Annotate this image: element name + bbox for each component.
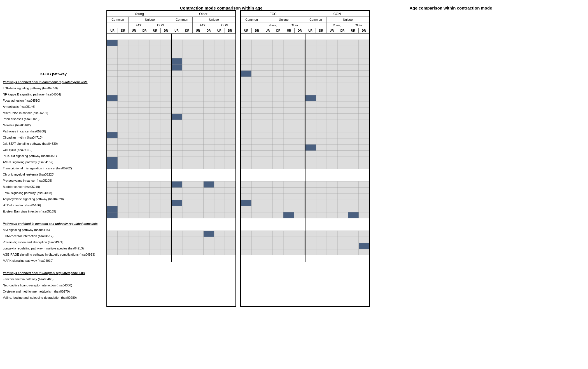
svg-rect-86 (128, 71, 139, 77)
svg-rect-587 (273, 243, 283, 249)
svg-rect-544 (262, 114, 273, 120)
svg-rect-726 (305, 218, 316, 225)
svg-rect-856 (348, 163, 359, 169)
svg-rect-678 (305, 71, 316, 77)
svg-rect-142 (128, 243, 139, 249)
svg-rect-388 (214, 89, 225, 95)
svg-rect-884 (348, 249, 359, 255)
svg-rect-120 (128, 175, 139, 181)
svg-rect-155 (160, 52, 171, 58)
header-unique-1: Unique (129, 17, 171, 22)
svg-rect-540 (262, 101, 273, 108)
svg-rect-26 (107, 114, 118, 120)
svg-rect-5 (118, 46, 128, 52)
svg-rect-613 (294, 95, 305, 101)
svg-rect-6 (107, 52, 118, 58)
svg-rect-820 (348, 52, 359, 58)
svg-rect-54 (107, 200, 118, 206)
grid-col-con_older (348, 34, 369, 262)
svg-rect-347 (204, 188, 214, 194)
svg-rect-137 (139, 225, 150, 231)
svg-rect-168 (150, 95, 160, 101)
svg-rect-195 (160, 175, 171, 181)
svg-rect-157 (160, 58, 171, 64)
svg-rect-16 (107, 83, 118, 89)
svg-rect-591 (273, 255, 283, 261)
svg-rect-589 (273, 249, 283, 255)
svg-rect-77 (139, 40, 150, 46)
svg-rect-671 (316, 46, 327, 52)
svg-rect-232 (172, 64, 182, 71)
svg-rect-266 (172, 169, 182, 175)
svg-rect-493 (251, 181, 262, 188)
svg-rect-655 (294, 225, 305, 231)
svg-rect-146 (128, 255, 139, 261)
svg-rect-37 (118, 144, 128, 151)
svg-rect-330 (193, 138, 204, 144)
svg-rect-680 (305, 77, 316, 83)
svg-rect-152 (150, 46, 160, 52)
svg-rect-542 (262, 108, 273, 114)
svg-rect-732 (305, 237, 316, 243)
svg-rect-547 (273, 120, 283, 126)
svg-rect-770 (327, 126, 337, 132)
svg-rect-774 (327, 138, 337, 144)
svg-rect-357 (204, 218, 214, 225)
svg-rect-687 (316, 95, 327, 101)
grid-col-older_common (172, 34, 193, 262)
svg-rect-699 (316, 132, 327, 138)
svg-rect-458 (241, 77, 251, 83)
svg-rect-382 (214, 71, 225, 77)
svg-rect-174 (150, 114, 160, 120)
grid-col-young_ecc (128, 34, 150, 262)
svg-rect-641 (294, 181, 305, 188)
svg-rect-283 (182, 218, 193, 225)
svg-rect-782 (327, 163, 337, 169)
svg-rect-165 (160, 83, 171, 89)
svg-rect-565 (273, 175, 283, 181)
svg-rect-758 (327, 89, 337, 95)
svg-rect-778 (327, 151, 337, 157)
svg-rect-821 (359, 52, 369, 58)
grid-col-young_common (107, 34, 128, 262)
svg-rect-656 (283, 231, 294, 237)
con-main-header: CON (305, 11, 369, 17)
svg-rect-284 (172, 225, 182, 231)
svg-rect-247 (182, 108, 193, 114)
svg-rect-627 (294, 138, 305, 144)
svg-rect-502 (241, 212, 251, 218)
svg-rect-771 (337, 126, 348, 132)
svg-rect-798 (327, 212, 337, 218)
svg-rect-110 (128, 144, 139, 151)
svg-rect-404 (214, 138, 225, 144)
svg-rect-871 (359, 206, 369, 212)
pathway-label: Transcriptional misregulation in cancer … (3, 165, 104, 171)
svg-rect-757 (337, 83, 348, 89)
svg-rect-437 (225, 237, 235, 243)
svg-rect-698 (305, 132, 316, 138)
svg-rect-343 (204, 175, 214, 181)
pathway-label: PI3K-Akt signaling pathway (hsa04151) (3, 153, 104, 159)
svg-rect-582 (262, 231, 273, 237)
svg-rect-141 (139, 237, 150, 243)
svg-rect-573 (273, 200, 283, 206)
svg-rect-125 (139, 188, 150, 194)
age-title: Age comparison within contraction mode (336, 6, 566, 10)
svg-rect-169 (160, 95, 171, 101)
svg-rect-345 (204, 181, 214, 188)
svg-rect-24 (107, 108, 118, 114)
svg-rect-389 (225, 89, 235, 95)
svg-rect-593 (294, 34, 305, 40)
header-ur-dr: UR (214, 28, 225, 34)
svg-rect-563 (273, 169, 283, 175)
svg-rect-762 (327, 101, 337, 108)
pathway-label: Amoebiasis (hsa05146) (3, 104, 104, 110)
svg-rect-106 (128, 132, 139, 138)
grid-col-con_young (327, 34, 348, 262)
svg-rect-787 (337, 175, 348, 181)
svg-rect-813 (337, 255, 348, 261)
svg-rect-336 (193, 157, 204, 163)
svg-rect-290 (172, 243, 182, 249)
svg-rect-805 (337, 231, 348, 237)
svg-rect-754 (327, 77, 337, 83)
